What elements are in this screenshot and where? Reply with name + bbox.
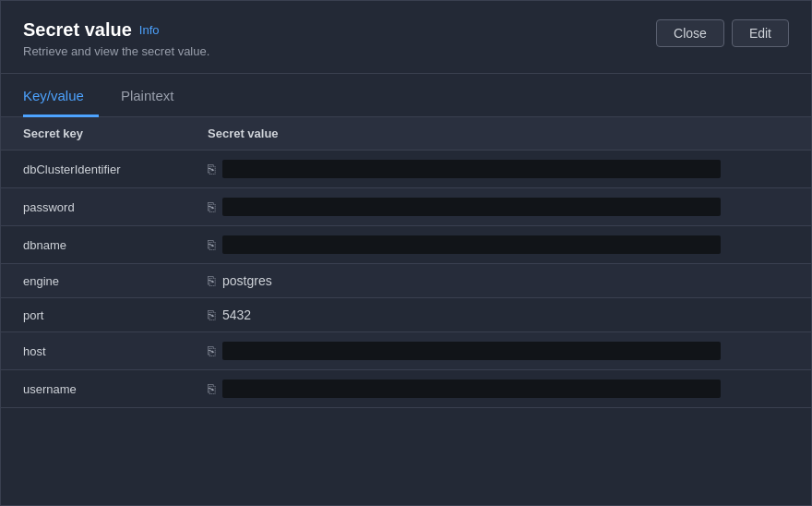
masked-value <box>222 160 721 178</box>
edit-button[interactable]: Edit <box>732 19 789 47</box>
tabs-container: Key/value Plaintext <box>1 74 811 117</box>
secret-key-cell: password <box>1 188 185 226</box>
table-row: host⎘ <box>1 332 811 370</box>
secret-value-cell: ⎘ <box>185 332 811 370</box>
value-cell: ⎘5432 <box>208 307 789 322</box>
col-header-value: Secret value <box>185 117 811 151</box>
copy-icon[interactable]: ⎘ <box>208 343 215 358</box>
value-cell: ⎘ <box>208 160 789 178</box>
tab-plaintext[interactable]: Plaintext <box>121 75 189 117</box>
secret-value-cell: ⎘5432 <box>185 298 811 332</box>
copy-icon[interactable]: ⎘ <box>208 199 215 214</box>
table-row: dbClusterIdentifier⎘ <box>1 151 811 188</box>
table-container: Secret key Secret value dbClusterIdentif… <box>1 117 811 505</box>
modal-subtitle: Retrieve and view the secret value. <box>23 44 209 58</box>
modal-actions: Close Edit <box>656 19 789 47</box>
close-button[interactable]: Close <box>656 19 724 47</box>
table-row: password⎘ <box>1 188 811 226</box>
secret-key-cell: dbname <box>1 226 185 264</box>
secret-value-cell: ⎘ <box>185 151 811 188</box>
secret-key-cell: dbClusterIdentifier <box>1 151 185 188</box>
secret-value-cell: ⎘postgres <box>185 264 811 298</box>
secret-value-modal: Secret value Info Retrieve and view the … <box>0 0 812 506</box>
copy-icon[interactable]: ⎘ <box>208 162 215 176</box>
col-header-key: Secret key <box>1 117 185 151</box>
masked-value <box>222 380 721 398</box>
value-cell: ⎘ <box>208 342 789 360</box>
info-link[interactable]: Info <box>139 23 160 37</box>
value-cell: ⎘ <box>208 380 789 398</box>
secret-value-cell: ⎘ <box>185 370 811 408</box>
copy-icon[interactable]: ⎘ <box>208 307 215 322</box>
secret-key-cell: host <box>1 332 185 370</box>
secret-value-cell: ⎘ <box>185 226 811 264</box>
value-cell: ⎘postgres <box>208 273 789 288</box>
masked-value <box>222 235 721 254</box>
modal-title-row: Secret value Info <box>23 19 209 41</box>
table-row: dbname⎘ <box>1 226 811 264</box>
masked-value <box>222 342 721 360</box>
value-cell: ⎘ <box>208 235 789 254</box>
secret-key-cell: engine <box>1 264 185 298</box>
table-row: username⎘ <box>1 370 811 408</box>
modal-title-area: Secret value Info Retrieve and view the … <box>23 19 209 58</box>
modal-body: Key/value Plaintext Secret key Secret va… <box>1 74 811 505</box>
value-cell: ⎘ <box>208 198 789 216</box>
table-row: engine⎘postgres <box>1 264 811 298</box>
copy-icon[interactable]: ⎘ <box>208 273 215 288</box>
table-row: port⎘5432 <box>1 298 811 332</box>
plain-value: postgres <box>222 273 272 288</box>
modal-title: Secret value <box>23 19 132 41</box>
secret-value-cell: ⎘ <box>185 188 811 226</box>
masked-value <box>222 198 721 216</box>
secret-key-cell: username <box>1 370 185 408</box>
copy-icon[interactable]: ⎘ <box>208 237 215 252</box>
tab-key-value[interactable]: Key/value <box>23 75 99 117</box>
secrets-table: Secret key Secret value dbClusterIdentif… <box>1 117 811 408</box>
secret-key-cell: port <box>1 298 185 332</box>
copy-icon[interactable]: ⎘ <box>208 381 215 396</box>
modal-header: Secret value Info Retrieve and view the … <box>1 1 811 74</box>
plain-value: 5432 <box>222 307 251 322</box>
